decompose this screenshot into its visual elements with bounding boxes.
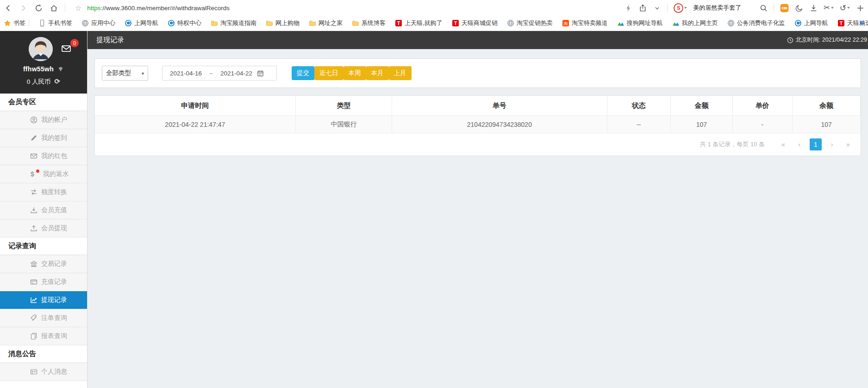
bookmark-label: 手机书签 xyxy=(48,19,72,27)
night-mode-icon[interactable] xyxy=(795,4,803,12)
page-title: 提现记录 xyxy=(96,36,124,44)
sidebar-item[interactable]: 额度转换 xyxy=(0,183,87,201)
quick-range-button[interactable]: 上月 xyxy=(389,66,412,80)
bookmark-item[interactable]: 公务消费电子化监 xyxy=(727,19,785,27)
bookmark-item[interactable]: 应用中心 xyxy=(81,19,115,27)
bookmark-label: 上天猫,就购了 xyxy=(405,19,443,27)
sidebar-item[interactable]: 交易记录 xyxy=(0,255,87,273)
chart-icon xyxy=(30,296,37,304)
bookmark-label: 书签 xyxy=(13,19,25,27)
submit-button[interactable]: 提交 xyxy=(292,66,314,80)
dollar-icon xyxy=(29,170,36,178)
sidebar-item-label: 充值记录 xyxy=(41,278,67,286)
sogou-icon xyxy=(125,19,132,27)
refresh-balance-icon[interactable]: ⟳ xyxy=(55,77,61,85)
nav-controls: ☆ xyxy=(4,4,81,13)
column-header: 状态 xyxy=(607,96,670,116)
cell-balance: 107 xyxy=(792,116,860,133)
refresh-icon[interactable] xyxy=(34,4,43,12)
calendar-icon xyxy=(257,70,264,77)
bookmark-item[interactable]: 搜狗网址导航 xyxy=(617,19,663,27)
mail-badge: 0 xyxy=(70,39,79,47)
avatar xyxy=(29,37,53,61)
url-scheme: https xyxy=(87,5,100,12)
bookmark-item[interactable]: 淘宝频道指南 xyxy=(211,19,256,27)
lightning-icon[interactable] xyxy=(624,4,632,12)
bookmark-item[interactable]: 天猫商城促销 xyxy=(452,19,498,27)
bookmark-item[interactable]: 网上购物 xyxy=(266,19,300,27)
sidebar-item[interactable]: 提现记录 xyxy=(0,291,87,309)
bookmark-item[interactable]: 网址之家 xyxy=(309,19,343,27)
pagination-button[interactable]: › xyxy=(826,138,838,150)
bookmark-label: 网址之家 xyxy=(318,19,343,27)
bookmark-item[interactable]: 淘宝促销热卖 xyxy=(507,19,553,27)
date-from: 2021-04-16 xyxy=(170,70,202,77)
sidebar-item[interactable]: 会员充值 xyxy=(0,201,87,219)
browser-window: ☆ https://www.3600.me/member/#/withdrawa… xyxy=(0,0,868,388)
date-range-input[interactable]: 2021-04-16 ~ 2021-04-22 xyxy=(162,66,277,81)
sidebar-item[interactable]: 充值记录 xyxy=(0,273,87,291)
select-caret-icon: ▾ xyxy=(142,71,144,76)
undo-icon[interactable]: ↺ xyxy=(840,4,850,12)
taobao-icon xyxy=(562,19,569,27)
sidebar: 0 ffhw55wh 0 人民币⟳ 会员专区 我的帐户 xyxy=(0,31,87,388)
bookmark-item[interactable]: 我的上网主页 xyxy=(672,19,718,27)
address-bar[interactable]: https://www.3600.me/member/#/withdrawalR… xyxy=(87,5,230,12)
pagination-button[interactable]: 1 xyxy=(810,138,822,150)
bookmark-label: 淘宝频道指南 xyxy=(220,19,256,27)
bookmark-item[interactable]: 淘宝特卖频道 xyxy=(562,19,608,27)
bookmarks-overflow-icon[interactable] xyxy=(859,19,866,27)
bookmark-item[interactable]: 特权中心 xyxy=(168,19,201,27)
game-center-icon[interactable] xyxy=(780,4,789,13)
quick-range-button[interactable]: 本月 xyxy=(366,66,389,80)
sidebar-item[interactable]: 我的签到 xyxy=(0,129,87,147)
back-icon[interactable] xyxy=(4,4,12,12)
column-header: 金额 xyxy=(670,96,732,116)
sidebar-item[interactable]: 个人消息 xyxy=(0,363,87,381)
home-icon[interactable] xyxy=(50,4,58,12)
user-panel: 0 ffhw55wh 0 人民币⟳ xyxy=(0,31,87,94)
mail-button[interactable]: 0 xyxy=(59,44,73,56)
download-icon[interactable] xyxy=(809,4,818,12)
bookmark-item[interactable]: 手机书签 xyxy=(38,19,72,27)
sidebar-item[interactable]: 我的红包 xyxy=(0,147,87,165)
share-icon[interactable] xyxy=(638,4,647,12)
bookmark-item[interactable]: 上网导航 xyxy=(125,19,158,27)
quick-range-button[interactable]: 本周 xyxy=(343,66,366,80)
bookmark-label: 网上购物 xyxy=(275,19,300,27)
cell-status: -- xyxy=(607,116,670,133)
sidebar-item-label: 我的返水 xyxy=(43,170,69,178)
bookmarks-divider xyxy=(29,19,29,27)
sidebar-item-label: 注单查询 xyxy=(41,314,67,322)
sidebar-item[interactable]: 报表查询 xyxy=(0,327,87,345)
pagination-button[interactable]: ‹ xyxy=(793,138,806,150)
search-icon[interactable] xyxy=(759,4,768,12)
filter-panel: 全部类型 ▾ 2021-04-16 ~ 2021-04-22 提交 近七日 xyxy=(94,58,861,88)
bookmark-item[interactable]: 上天猫,就购了 xyxy=(395,19,443,27)
clipper-icon[interactable]: ✂ xyxy=(824,4,833,12)
bank-icon xyxy=(30,260,37,268)
quick-range-button[interactable]: 近七日 xyxy=(314,66,343,80)
sidebar-item[interactable]: 会员提现 xyxy=(0,219,87,238)
table-row: 2021-04-22 21:47:47 中国银行 210422094734238… xyxy=(95,116,861,133)
pagination-button[interactable]: « xyxy=(777,138,789,150)
chevron-down-icon[interactable] xyxy=(653,4,661,12)
globe-icon xyxy=(507,19,514,27)
bookmark-star-icon[interactable]: ☆ xyxy=(75,4,81,13)
profile-s-icon[interactable]: S xyxy=(674,3,687,13)
bookmark-item[interactable]: 上网导航 xyxy=(794,19,828,27)
sidebar-item[interactable]: 我的返水 xyxy=(0,165,87,183)
bookmark-item[interactable]: 书签 xyxy=(4,19,29,27)
sidebar-item[interactable]: 我的帐户 xyxy=(0,111,87,129)
bookmark-item[interactable]: 系统博客 xyxy=(352,19,386,27)
sogou-icon xyxy=(168,19,175,27)
globe-icon xyxy=(81,19,89,27)
column-header: 余额 xyxy=(792,96,860,116)
type-select[interactable]: 全部类型 ▾ xyxy=(102,66,148,81)
pagination-button[interactable]: » xyxy=(842,138,854,150)
forward-icon[interactable] xyxy=(19,4,27,12)
new-tab-icon[interactable] xyxy=(856,4,864,12)
profile-label[interactable]: 美的居然卖手套了 xyxy=(693,4,741,12)
pencil-icon xyxy=(30,134,37,142)
sidebar-item[interactable]: 注单查询 xyxy=(0,309,87,327)
